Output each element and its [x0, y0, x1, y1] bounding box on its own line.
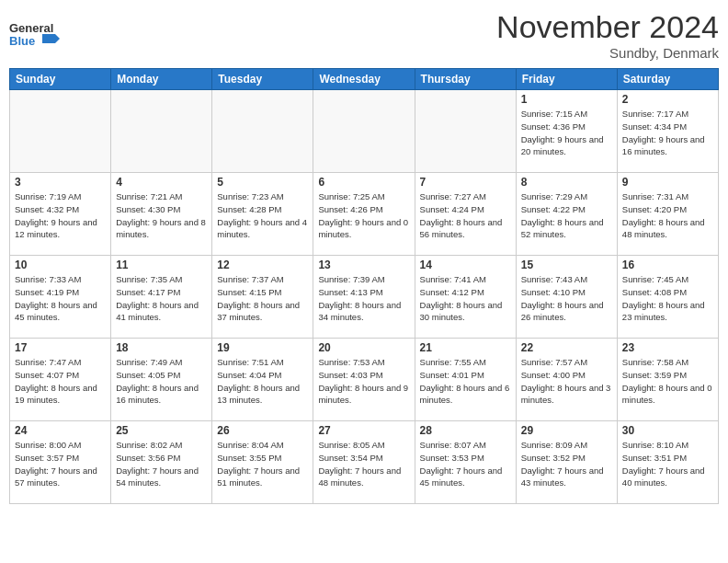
- day-number: 30: [622, 424, 713, 437]
- day-number: 29: [521, 424, 612, 437]
- header-sunday: Sunday: [10, 69, 111, 90]
- day-info: Sunrise: 7:53 AM Sunset: 4:03 PM Dayligh…: [318, 356, 409, 407]
- calendar-cell: 16Sunrise: 7:45 AM Sunset: 4:08 PM Dayli…: [617, 256, 718, 339]
- calendar-cell: 2Sunrise: 7:17 AM Sunset: 4:34 PM Daylig…: [617, 90, 718, 173]
- header-tuesday: Tuesday: [212, 69, 313, 90]
- calendar-cell: [313, 90, 415, 173]
- day-number: 24: [15, 424, 106, 437]
- day-number: 28: [420, 424, 511, 437]
- day-info: Sunrise: 8:04 AM Sunset: 3:55 PM Dayligh…: [217, 439, 308, 489]
- calendar-cell: 18Sunrise: 7:49 AM Sunset: 4:05 PM Dayli…: [111, 339, 212, 421]
- svg-marker-2: [42, 34, 60, 43]
- day-number: 12: [217, 259, 308, 271]
- day-info: Sunrise: 7:35 AM Sunset: 4:17 PM Dayligh…: [116, 273, 207, 324]
- day-info: Sunrise: 7:55 AM Sunset: 4:01 PM Dayligh…: [420, 356, 511, 407]
- day-number: 25: [116, 424, 207, 437]
- day-number: 26: [217, 424, 308, 437]
- day-number: 2: [622, 93, 713, 106]
- logo: General Blue: [9, 17, 60, 52]
- calendar-cell: 15Sunrise: 7:43 AM Sunset: 4:10 PM Dayli…: [516, 256, 617, 339]
- day-number: 19: [217, 341, 308, 354]
- calendar-cell: 3Sunrise: 7:19 AM Sunset: 4:32 PM Daylig…: [10, 173, 111, 256]
- calendar-cell: 6Sunrise: 7:25 AM Sunset: 4:26 PM Daylig…: [313, 173, 415, 256]
- day-number: 18: [116, 341, 207, 354]
- day-number: 7: [420, 176, 511, 189]
- day-info: Sunrise: 7:47 AM Sunset: 4:07 PM Dayligh…: [15, 356, 106, 407]
- calendar-cell: 23Sunrise: 7:58 AM Sunset: 3:59 PM Dayli…: [617, 339, 718, 421]
- svg-text:General: General: [9, 21, 53, 35]
- calendar-cell: 9Sunrise: 7:31 AM Sunset: 4:20 PM Daylig…: [617, 173, 718, 256]
- day-info: Sunrise: 7:17 AM Sunset: 4:34 PM Dayligh…: [622, 108, 713, 158]
- calendar-cell: 24Sunrise: 8:00 AM Sunset: 3:57 PM Dayli…: [10, 421, 111, 504]
- calendar-table: Sunday Monday Tuesday Wednesday Thursday…: [9, 68, 719, 504]
- header-wednesday: Wednesday: [313, 69, 415, 90]
- day-info: Sunrise: 7:39 AM Sunset: 4:13 PM Dayligh…: [318, 273, 409, 324]
- location-subtitle: Sundby, Denmark: [496, 45, 719, 61]
- day-number: 14: [420, 259, 511, 271]
- day-number: 13: [318, 259, 409, 271]
- header-monday: Monday: [111, 69, 212, 90]
- calendar-cell: 13Sunrise: 7:39 AM Sunset: 4:13 PM Dayli…: [313, 256, 415, 339]
- day-number: 11: [116, 259, 207, 271]
- calendar-cell: 29Sunrise: 8:09 AM Sunset: 3:52 PM Dayli…: [516, 421, 617, 504]
- calendar-cell: 8Sunrise: 7:29 AM Sunset: 4:22 PM Daylig…: [516, 173, 617, 256]
- day-info: Sunrise: 7:57 AM Sunset: 4:00 PM Dayligh…: [521, 356, 612, 407]
- day-info: Sunrise: 8:02 AM Sunset: 3:56 PM Dayligh…: [116, 439, 207, 489]
- svg-text:Blue: Blue: [9, 34, 35, 48]
- calendar-cell: 27Sunrise: 8:05 AM Sunset: 3:54 PM Dayli…: [313, 421, 415, 504]
- day-info: Sunrise: 8:10 AM Sunset: 3:51 PM Dayligh…: [622, 439, 713, 489]
- day-number: 10: [15, 259, 106, 271]
- day-info: Sunrise: 7:45 AM Sunset: 4:08 PM Dayligh…: [622, 273, 713, 324]
- day-number: 15: [521, 259, 612, 271]
- calendar-cell: [10, 90, 111, 173]
- day-number: 8: [521, 176, 612, 189]
- day-number: 5: [217, 176, 308, 189]
- day-info: Sunrise: 7:37 AM Sunset: 4:15 PM Dayligh…: [217, 273, 308, 324]
- day-info: Sunrise: 7:49 AM Sunset: 4:05 PM Dayligh…: [116, 356, 207, 407]
- day-number: 6: [318, 176, 409, 189]
- day-number: 1: [521, 93, 612, 106]
- day-info: Sunrise: 8:05 AM Sunset: 3:54 PM Dayligh…: [318, 439, 409, 489]
- day-number: 4: [116, 176, 207, 189]
- day-info: Sunrise: 7:51 AM Sunset: 4:04 PM Dayligh…: [217, 356, 308, 407]
- day-info: Sunrise: 7:29 AM Sunset: 4:22 PM Dayligh…: [521, 190, 612, 241]
- calendar-cell: 30Sunrise: 8:10 AM Sunset: 3:51 PM Dayli…: [617, 421, 718, 504]
- calendar-cell: 14Sunrise: 7:41 AM Sunset: 4:12 PM Dayli…: [415, 256, 516, 339]
- calendar-cell: 7Sunrise: 7:27 AM Sunset: 4:24 PM Daylig…: [415, 173, 516, 256]
- day-info: Sunrise: 7:31 AM Sunset: 4:20 PM Dayligh…: [622, 190, 713, 241]
- calendar-cell: 25Sunrise: 8:02 AM Sunset: 3:56 PM Dayli…: [111, 421, 212, 504]
- calendar-cell: 21Sunrise: 7:55 AM Sunset: 4:01 PM Dayli…: [415, 339, 516, 421]
- calendar-cell: 12Sunrise: 7:37 AM Sunset: 4:15 PM Dayli…: [212, 256, 313, 339]
- day-info: Sunrise: 7:43 AM Sunset: 4:10 PM Dayligh…: [521, 273, 612, 324]
- calendar-cell: 20Sunrise: 7:53 AM Sunset: 4:03 PM Dayli…: [313, 339, 415, 421]
- calendar-cell: 11Sunrise: 7:35 AM Sunset: 4:17 PM Dayli…: [111, 256, 212, 339]
- day-info: Sunrise: 8:09 AM Sunset: 3:52 PM Dayligh…: [521, 439, 612, 489]
- header-thursday: Thursday: [415, 69, 516, 90]
- day-info: Sunrise: 7:19 AM Sunset: 4:32 PM Dayligh…: [15, 190, 106, 241]
- calendar-cell: 19Sunrise: 7:51 AM Sunset: 4:04 PM Dayli…: [212, 339, 313, 421]
- calendar-cell: 26Sunrise: 8:04 AM Sunset: 3:55 PM Dayli…: [212, 421, 313, 504]
- calendar-cell: [212, 90, 313, 173]
- header-saturday: Saturday: [617, 69, 718, 90]
- day-number: 22: [521, 341, 612, 354]
- calendar-cell: [111, 90, 212, 173]
- day-info: Sunrise: 8:07 AM Sunset: 3:53 PM Dayligh…: [420, 439, 511, 489]
- day-info: Sunrise: 7:21 AM Sunset: 4:30 PM Dayligh…: [116, 190, 207, 241]
- calendar-cell: 28Sunrise: 8:07 AM Sunset: 3:53 PM Dayli…: [415, 421, 516, 504]
- day-number: 16: [622, 259, 713, 271]
- day-info: Sunrise: 7:25 AM Sunset: 4:26 PM Dayligh…: [318, 190, 409, 241]
- day-info: Sunrise: 7:23 AM Sunset: 4:28 PM Dayligh…: [217, 190, 308, 241]
- day-number: 20: [318, 341, 409, 354]
- calendar-wrapper: Sunday Monday Tuesday Wednesday Thursday…: [0, 68, 728, 513]
- calendar-cell: 22Sunrise: 7:57 AM Sunset: 4:00 PM Dayli…: [516, 339, 617, 421]
- header: General Blue November 2024 Sundby, Denma…: [0, 0, 728, 61]
- day-number: 9: [622, 176, 713, 189]
- calendar-cell: 5Sunrise: 7:23 AM Sunset: 4:28 PM Daylig…: [212, 173, 313, 256]
- month-title: November 2024: [496, 9, 719, 45]
- logo-svg: General Blue: [9, 17, 60, 52]
- day-number: 23: [622, 341, 713, 354]
- day-info: Sunrise: 7:41 AM Sunset: 4:12 PM Dayligh…: [420, 273, 511, 324]
- calendar-cell: 1Sunrise: 7:15 AM Sunset: 4:36 PM Daylig…: [516, 90, 617, 173]
- day-info: Sunrise: 7:33 AM Sunset: 4:19 PM Dayligh…: [15, 273, 106, 324]
- day-number: 17: [15, 341, 106, 354]
